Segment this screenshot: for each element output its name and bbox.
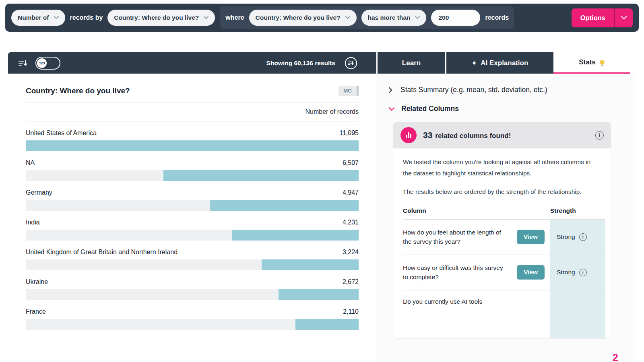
view-button[interactable]: View [517, 265, 545, 280]
view-button[interactable]: View [517, 230, 545, 244]
info-icon[interactable]: i [579, 269, 587, 276]
numeric-toggle-knob: 123 [37, 58, 47, 68]
chevron-down-icon [345, 16, 350, 19]
stats-panel: Stats Summary (e.g. mean, std. deviation… [376, 74, 636, 362]
strength-cell: Strong i [550, 220, 605, 255]
category-label: France [26, 308, 46, 315]
related-columns-table: Column Strength How do you feel about th… [403, 207, 605, 338]
workspace: 123 Showing 60,136 results Learn ✦ [8, 52, 636, 362]
options-chevron-button[interactable] [614, 8, 633, 27]
category-label: United States of America [26, 130, 97, 137]
tab-stats-label: Stats [579, 58, 596, 66]
sort-order-button[interactable] [345, 57, 357, 69]
chart-row: Ukraine 2,672 [26, 270, 359, 300]
bar[interactable] [26, 140, 359, 151]
sparkle-icon: ✦ [472, 60, 477, 67]
chevron-down-icon [54, 16, 59, 19]
related-description-1: We tested the column you're looking at a… [403, 156, 595, 179]
bar[interactable] [26, 259, 359, 270]
bar-chart-icon [400, 127, 417, 143]
tab-learn[interactable]: Learn [378, 52, 445, 74]
filter-value-input[interactable] [431, 10, 480, 26]
stats-summary-toggle[interactable]: Stats Summary (e.g. mean, std. deviation… [388, 86, 636, 94]
bar-fill [26, 140, 359, 151]
where-label: where [225, 14, 244, 21]
bar[interactable] [26, 200, 359, 211]
related-count-suffix: related columns found! [435, 132, 511, 140]
value-column-header: Number of records [26, 103, 359, 121]
related-columns-toggle[interactable]: Related Columns [388, 105, 636, 113]
chart-row: India 4,231 [26, 211, 359, 241]
filter-column-dropdown[interactable]: Country: Where do you live? [249, 10, 357, 26]
chart-panel: Country: Where do you live? MC Number of… [8, 74, 376, 362]
chart-row: United Kingdom of Great Britain and Nort… [26, 241, 359, 270]
chart-row: Germany 4,947 [26, 181, 359, 211]
category-value: 3,224 [343, 249, 359, 256]
related-columns-card: 33 related columns found! i We tested th… [393, 122, 611, 338]
lightbulb-icon [600, 60, 605, 65]
strength-header: Strength [550, 207, 605, 214]
sort-rows-icon [348, 61, 354, 66]
category-label: NA [26, 159, 35, 167]
operator-dropdown[interactable]: has more than [361, 10, 427, 26]
chevron-right-icon [388, 87, 392, 93]
related-column-name: Do you currently use AI tools [403, 297, 482, 306]
tab-ai-explanation[interactable]: ✦ AI Explanation [446, 52, 553, 74]
strength-value: Strong [557, 269, 575, 276]
table-row: How easy or difficult was this survey to… [403, 255, 605, 290]
related-column-name: How easy or difficult was this survey to… [403, 263, 507, 282]
bar[interactable] [26, 170, 359, 181]
filter-group: where Country: Where do you live? has mo… [220, 6, 514, 29]
related-card-header: 33 related columns found! i [393, 122, 611, 148]
group-column-label: Country: Where do you live? [114, 14, 199, 21]
bar-fill [232, 230, 359, 241]
options-button[interactable]: Options [572, 8, 633, 27]
bar-fill [163, 170, 359, 181]
tab-ai-explanation-label: AI Explanation [481, 59, 528, 67]
chart-row: NA 6,507 [26, 151, 359, 181]
category-value: 2,672 [343, 278, 359, 286]
records-by-label: records by [70, 14, 103, 21]
measure-dropdown[interactable]: Number of [11, 10, 65, 26]
app: Number of records by Country: Where do y… [0, 4, 644, 362]
sort-rows-icon[interactable] [19, 60, 27, 67]
related-column-name: How do you feel about the length of the … [403, 228, 507, 247]
chart-row: France 2,110 [26, 300, 359, 330]
panel-headers: 123 Showing 60,136 results Learn ✦ [8, 52, 636, 74]
info-icon[interactable]: i [579, 233, 587, 241]
results-count-text: Showing 60,136 results [266, 60, 335, 67]
category-value: 4,231 [343, 219, 359, 226]
numeric-display-toggle[interactable]: 123 [35, 57, 60, 70]
category-value: 11,095 [339, 130, 359, 137]
records-label: records [485, 14, 509, 21]
chevron-down-icon [621, 16, 627, 20]
category-label: Germany [26, 189, 52, 196]
content: Country: Where do you live? MC Number of… [8, 74, 636, 362]
category-label: India [26, 219, 40, 226]
strength-cell: Strong i [550, 255, 605, 290]
category-label: United Kingdom of Great Britain and Nort… [26, 249, 178, 256]
related-columns-label: Related Columns [401, 105, 459, 113]
related-card-title: 33 related columns found! [423, 130, 511, 140]
bar[interactable] [26, 289, 359, 300]
category-value: 6,507 [343, 159, 359, 167]
info-icon[interactable]: i [595, 131, 604, 140]
filter-column-label: Country: Where do you live? [256, 14, 341, 21]
stats-summary-label: Stats Summary (e.g. mean, std. deviation… [400, 86, 547, 94]
column-type-badge: MC [339, 86, 359, 96]
chart-title: Country: Where do you live? [26, 86, 130, 95]
bar-fill [262, 259, 359, 270]
chevron-down-icon [415, 16, 420, 19]
category-value: 2,110 [343, 308, 359, 315]
strength-cell [550, 290, 605, 338]
tab-stats[interactable]: Stats [553, 52, 630, 74]
bar[interactable] [26, 230, 359, 241]
group-column-dropdown[interactable]: Country: Where do you live? [107, 10, 215, 26]
related-count: 33 [423, 130, 432, 140]
query-toolbar: Number of records by Country: Where do y… [5, 4, 639, 32]
bar[interactable] [26, 319, 359, 330]
measure-dropdown-label: Number of [18, 14, 49, 21]
results-header: 123 Showing 60,136 results [8, 52, 376, 74]
options-button-label: Options [572, 8, 614, 27]
strength-value: Strong [557, 233, 575, 241]
